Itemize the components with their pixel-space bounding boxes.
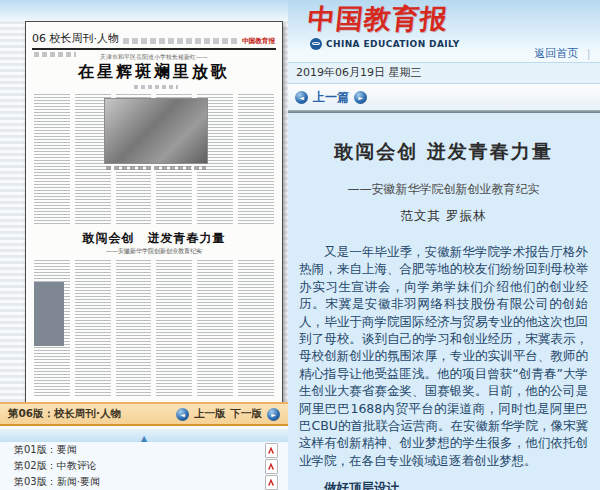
- collapse-page-list-bar[interactable]: ▲: [0, 430, 288, 442]
- article-body: 敢闯会创 迸发青春力量 ——安徽新华学院创新创业教育纪实 范文其 罗振林 又是一…: [288, 113, 600, 490]
- page-list-label[interactable]: 第03版：新闻·要闻: [14, 475, 100, 489]
- article1-photo: [104, 98, 208, 164]
- page-list-label[interactable]: 第01版：要闻: [14, 443, 77, 457]
- next-edition-button[interactable]: 下一版: [231, 407, 263, 421]
- next-edition-icon[interactable]: ►: [267, 408, 280, 421]
- return-home-label[interactable]: 返回首页: [534, 47, 578, 60]
- article-authors: 范文其 罗振林: [299, 208, 588, 225]
- page-list-item[interactable]: 第01版：要闻: [0, 442, 288, 458]
- article2-columns: [34, 260, 274, 396]
- pseudo-text-column: [238, 260, 274, 396]
- article1-photo-caption-pseudo: [106, 166, 206, 170]
- article1-byline-pseudo: [134, 85, 178, 89]
- current-edition-label: 第06版：校长周刊·人物: [8, 407, 121, 421]
- article2-subtitle: ——安徽新华学院创新创业教育纪实: [26, 247, 282, 256]
- site-logo: 中国教育报: [306, 1, 450, 37]
- date-bar: 2019年06月19日 星期三: [288, 62, 600, 84]
- prev-article-button[interactable]: 上一篇: [313, 89, 349, 106]
- pdf-download-icon[interactable]: [265, 443, 278, 458]
- article-nav-bar: ◄ 上一篇 ►: [288, 84, 600, 110]
- article-reading-pane: 中国教育报 CHINA EDUCATION DAILY 返回首页｜ 2019年0…: [288, 0, 600, 490]
- pseudo-text-column: [34, 94, 70, 224]
- left-top-gradient: [0, 0, 288, 20]
- page-list-label[interactable]: 第02版：中教评论: [14, 459, 97, 473]
- pseudo-text-meta: [123, 38, 237, 44]
- newspaper-viewer-pane: 06 校长周刊·人物 中国教育报 天津市和平区岳阳道小学校长褚新红—— 在星辉斑…: [0, 0, 288, 490]
- edition-navigation-bar: 第06版：校长周刊·人物 ◄ 上一版 下一版 ►: [0, 402, 288, 426]
- link-separator: ｜: [583, 47, 594, 60]
- article-section-heading-1: 做好顶层设计: [299, 479, 588, 490]
- site-header: 中国教育报 CHINA EDUCATION DAILY 返回首页｜: [288, 0, 600, 62]
- epaper-reader-window: 06 校长周刊·人物 中国教育报 天津市和平区岳阳道小学校长褚新红—— 在星辉斑…: [0, 0, 600, 490]
- article2-intro-box: [34, 282, 64, 346]
- prev-article-icon[interactable]: ◄: [295, 91, 308, 104]
- newspaper-edition-header: 06 校长周刊·人物 中国教育报: [32, 26, 276, 50]
- article-paragraph-1: 又是一年毕业季，安徽新华学院学术报告厅格外热闹，来自上海、合肥等地的校友们纷纷回…: [299, 243, 588, 469]
- pseudo-text-column: [197, 260, 233, 396]
- globe-icon: [310, 38, 322, 50]
- issue-date: 2019年06月19日 星期三: [296, 66, 422, 79]
- edition-nav-controls: ◄ 上一版 下一版 ►: [176, 407, 280, 421]
- pdf-download-icon[interactable]: [265, 459, 278, 474]
- pseudo-text-column: [156, 260, 192, 396]
- pseudo-text-column: [116, 260, 152, 396]
- article-subtitle: ——安徽新华学院创新创业教育纪实: [299, 181, 588, 198]
- pdf-download-icon[interactable]: [265, 475, 278, 490]
- edition-page-list: 第01版：要闻 第02版：中教评论 第03版：新闻·要闻: [0, 442, 288, 490]
- article2-headline: 敢闯会创 迸发青春力量: [26, 230, 282, 247]
- edition-label: 06 校长周刊·人物: [32, 31, 119, 46]
- next-article-icon[interactable]: ►: [354, 91, 367, 104]
- return-home-link[interactable]: 返回首页｜: [534, 46, 594, 61]
- prev-edition-button[interactable]: 上一版: [194, 407, 226, 421]
- site-logo-english: CHINA EDUCATION DAILY: [326, 39, 460, 49]
- article1-kicker: 天津市和平区岳阳道小学校长褚新红——: [26, 53, 282, 62]
- article1-headline: 在星辉斑斓里放歌: [26, 62, 282, 83]
- page-list-item[interactable]: 第02版：中教评论: [0, 458, 288, 474]
- pseudo-text-column: [238, 94, 274, 224]
- prev-edition-icon[interactable]: ◄: [176, 408, 189, 421]
- newspaper-masthead-mini: 中国教育报: [242, 36, 275, 46]
- page-list-item[interactable]: 第03版：新闻·要闻: [0, 474, 288, 490]
- site-logo-subtitle-row: CHINA EDUCATION DAILY: [310, 38, 460, 50]
- pseudo-text-column: [75, 260, 111, 396]
- newspaper-page-thumbnail[interactable]: 06 校长周刊·人物 中国教育报 天津市和平区岳阳道小学校长褚新红—— 在星辉斑…: [25, 21, 283, 407]
- article-title: 敢闯会创 迸发青春力量: [299, 139, 588, 165]
